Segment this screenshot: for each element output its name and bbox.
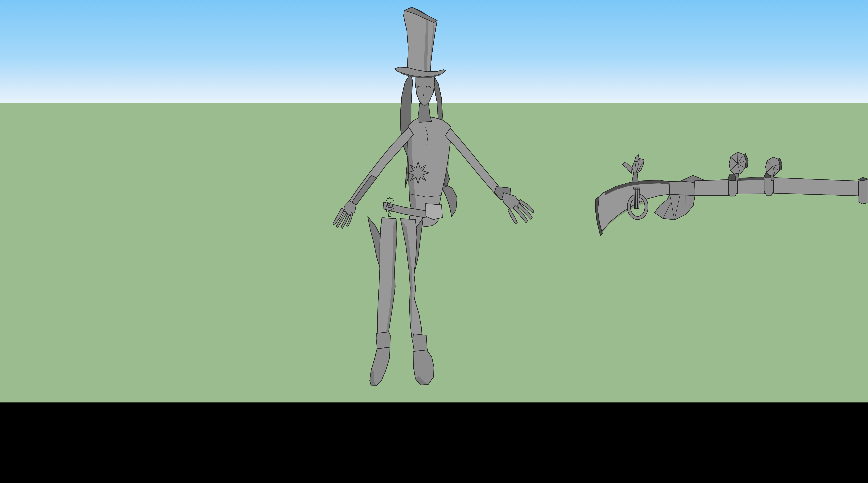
disc-sight-1-bracket xyxy=(735,173,739,180)
left-boot-cuff xyxy=(376,332,391,349)
right-hip-flap xyxy=(426,203,442,220)
right-boot-cuff xyxy=(413,334,427,352)
grip-cylinder xyxy=(634,188,640,208)
viewport-3d[interactable] xyxy=(0,0,868,402)
muzzle-collar xyxy=(858,178,868,204)
star-badge xyxy=(407,162,429,184)
disc-sight-2-bracket xyxy=(770,175,774,181)
rifle-receiver xyxy=(669,181,695,196)
grip-cylinder-cap xyxy=(633,187,641,190)
viewport-canvas[interactable] xyxy=(0,0,868,402)
